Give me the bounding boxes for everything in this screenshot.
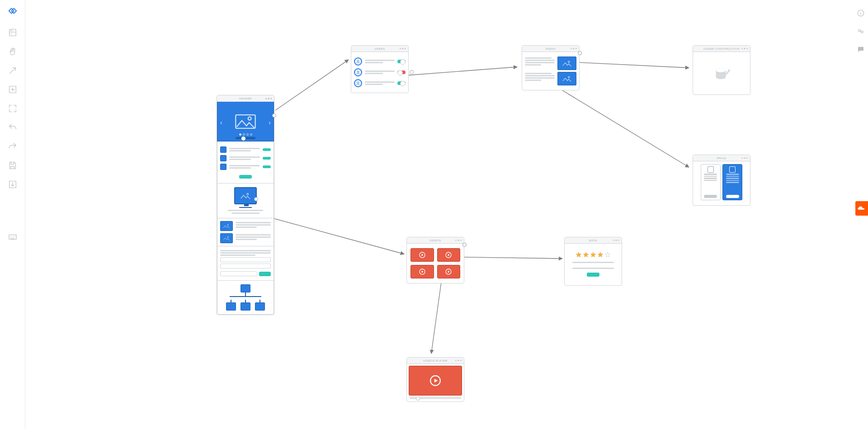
svg-line-7 bbox=[275, 60, 349, 110]
carousel-pager[interactable] bbox=[239, 133, 252, 136]
forms-segment bbox=[217, 246, 274, 281]
monitor-segment bbox=[217, 184, 274, 218]
keyboard-shortcuts-button[interactable] bbox=[6, 231, 19, 243]
logo-icon[interactable] bbox=[6, 5, 19, 17]
svg-point-6 bbox=[861, 31, 863, 33]
price-column-basic[interactable] bbox=[701, 164, 721, 200]
card-title: PRICE bbox=[717, 157, 726, 160]
svg-point-19 bbox=[357, 60, 359, 61]
video-thumb[interactable] bbox=[437, 248, 461, 262]
toggle-on[interactable] bbox=[397, 60, 406, 63]
toggle-off[interactable] bbox=[397, 71, 406, 74]
video-thumb[interactable] bbox=[410, 248, 434, 262]
wireframe-feeds[interactable]: FEEDS bbox=[522, 45, 580, 90]
video-thumb[interactable] bbox=[410, 265, 434, 278]
wireframe-under-construction[interactable]: UNDER CONSTRUCTION bbox=[693, 45, 750, 95]
wireframe-videos[interactable]: VIDEOS bbox=[406, 237, 464, 283]
sitemap-node bbox=[241, 284, 250, 292]
connector-knob[interactable] bbox=[462, 243, 467, 247]
video-progress[interactable] bbox=[410, 397, 461, 399]
soundcloud-tab[interactable] bbox=[855, 201, 868, 216]
library-button[interactable] bbox=[6, 26, 19, 39]
wireframe-header[interactable]: HEADER ‹ › bbox=[217, 95, 274, 315]
star-empty-icon bbox=[604, 252, 611, 258]
svg-line-8 bbox=[405, 67, 517, 75]
tile-icon bbox=[220, 146, 226, 153]
pointer-tool[interactable] bbox=[6, 64, 19, 77]
star-filled-icon bbox=[576, 252, 582, 258]
connector-knob[interactable] bbox=[410, 70, 414, 74]
list-segment bbox=[217, 141, 274, 184]
card-titlebar: HEADER bbox=[217, 95, 274, 102]
connector-knob[interactable] bbox=[254, 197, 258, 201]
image-placeholder-icon bbox=[235, 114, 256, 129]
paint-bucket-icon bbox=[712, 63, 731, 83]
flow-canvas[interactable]: HEADER ‹ › bbox=[25, 0, 854, 429]
price-column-featured[interactable] bbox=[722, 164, 742, 200]
image-thumb bbox=[557, 57, 576, 70]
wireframe-users[interactable]: USERS bbox=[351, 45, 409, 93]
card-title: USERS bbox=[374, 47, 385, 50]
svg-rect-0 bbox=[9, 29, 16, 36]
card-title: VIDEOS bbox=[429, 239, 441, 242]
svg-point-17 bbox=[227, 224, 228, 225]
svg-point-16 bbox=[247, 193, 249, 195]
share-icon[interactable] bbox=[856, 26, 866, 36]
wireframe-rate[interactable]: RATE bbox=[564, 237, 622, 286]
comments-icon[interactable] bbox=[856, 44, 866, 54]
svg-point-24 bbox=[716, 68, 726, 72]
carousel-slider[interactable] bbox=[236, 137, 255, 139]
thumbs-segment bbox=[217, 218, 274, 246]
video-thumb[interactable] bbox=[437, 265, 461, 278]
avatar-icon bbox=[354, 57, 362, 66]
sitemap-segment bbox=[217, 281, 274, 315]
window-dots-icon bbox=[265, 98, 272, 99]
svg-line-10 bbox=[559, 88, 689, 167]
hand-tool[interactable] bbox=[6, 45, 19, 58]
svg-point-20 bbox=[357, 71, 359, 72]
svg-point-22 bbox=[568, 61, 570, 62]
card-title: UNDER CONSTRUCTION bbox=[703, 47, 740, 50]
pill-badge bbox=[263, 148, 271, 151]
card-title: RATE bbox=[589, 239, 597, 242]
info-icon[interactable] bbox=[856, 8, 866, 18]
connector-knob[interactable] bbox=[272, 113, 276, 118]
card-title: HEADER bbox=[239, 97, 252, 100]
submit-pill[interactable] bbox=[587, 273, 599, 277]
star-rating[interactable] bbox=[576, 252, 611, 258]
submit-pill[interactable] bbox=[259, 272, 271, 276]
left-toolbar bbox=[0, 0, 25, 429]
video-player-screen[interactable] bbox=[409, 366, 462, 396]
hero-carousel: ‹ › bbox=[217, 102, 274, 141]
wireframe-price[interactable]: PRICE bbox=[693, 155, 750, 206]
svg-point-21 bbox=[357, 82, 359, 83]
svg-line-13 bbox=[431, 276, 442, 354]
zoom-fit-button[interactable] bbox=[6, 102, 19, 115]
svg-point-23 bbox=[568, 76, 570, 78]
redo-button[interactable] bbox=[6, 140, 19, 153]
undo-button[interactable] bbox=[6, 121, 19, 134]
chevron-left-icon[interactable]: ‹ bbox=[220, 119, 222, 126]
wireframe-videos-player[interactable]: VIDEOS PLAYER bbox=[406, 357, 464, 402]
chevron-right-icon[interactable]: › bbox=[269, 119, 271, 126]
image-thumb bbox=[220, 221, 233, 231]
svg-point-5 bbox=[859, 29, 861, 32]
input-placeholder bbox=[220, 257, 271, 262]
svg-point-18 bbox=[227, 236, 228, 237]
save-button[interactable] bbox=[6, 159, 19, 172]
zoom-in-button[interactable] bbox=[6, 83, 19, 96]
card-title: FEEDS bbox=[546, 47, 556, 50]
connector-knob[interactable] bbox=[578, 51, 582, 55]
monitor-icon bbox=[234, 187, 257, 204]
svg-point-15 bbox=[248, 117, 251, 120]
cta-pill[interactable] bbox=[239, 175, 252, 179]
export-button[interactable] bbox=[6, 178, 19, 191]
card-title: VIDEOS PLAYER bbox=[423, 359, 448, 362]
